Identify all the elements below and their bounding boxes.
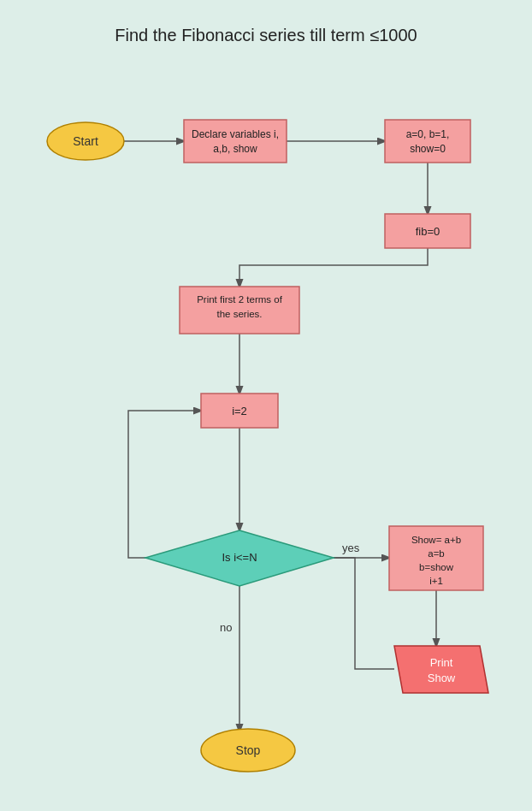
start-label: Start (73, 134, 98, 148)
declare-label-1: Declare variables i, (192, 128, 279, 140)
compute-label-4: i+1 (429, 576, 443, 586)
arrow-printshow-back (334, 558, 394, 669)
compute-label-1: Show= a+b (411, 535, 461, 545)
i2-label: i=2 (232, 405, 247, 417)
declare-shape (184, 120, 287, 163)
compute-label-2: a=b (428, 548, 445, 559)
no-label: no (220, 621, 232, 634)
printshow-label-2: Show (428, 672, 456, 684)
diagram-container: Find the Fibonacci series till term ≤100… (0, 0, 532, 811)
arrow-fib-print2 (239, 248, 428, 287)
yes-label: yes (342, 542, 360, 554)
stop-label: Stop (236, 743, 261, 757)
init-shape (385, 120, 470, 163)
fib-label: fib=0 (416, 225, 440, 238)
init-label-2: show=0 (410, 143, 446, 155)
print2-label-1: Print first 2 terms of (197, 294, 282, 305)
print2-label-2: the series. (216, 309, 262, 319)
printshow-label-1: Print (430, 656, 453, 669)
flowchart-svg: yes no Start Declare variables i, a,b, s… (0, 0, 532, 811)
init-label-1: a=0, b=1, (406, 128, 450, 140)
declare-label-2: a,b, show (213, 143, 257, 155)
arrow-loop-left (128, 411, 201, 558)
printshow-shape (394, 646, 488, 693)
compute-label-3: b=show (419, 562, 454, 572)
diamond-label: Is i<=N (222, 551, 257, 564)
